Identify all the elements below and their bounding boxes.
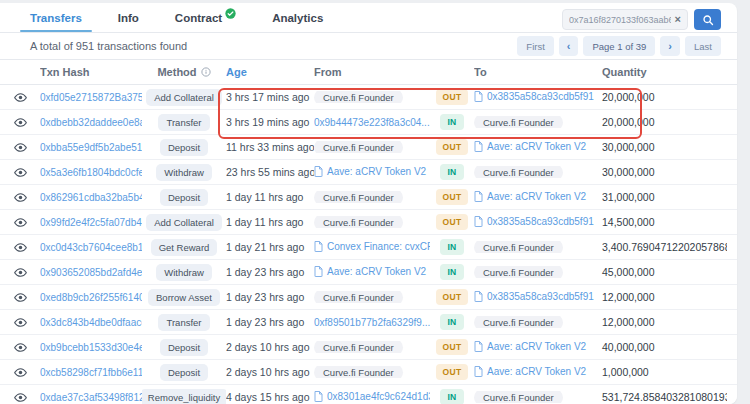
from-address-badge[interactable]: Curve.fi Founder xyxy=(314,291,403,303)
age-cell: 1 day 23 hrs ago xyxy=(226,266,314,278)
direction-badge: IN xyxy=(440,264,463,280)
txn-hash-link[interactable]: 0xdae37c3af53498f8129... xyxy=(40,392,142,403)
transfers-panel: TransfersInfoContractAnalytics × A total… xyxy=(0,3,737,404)
txn-hash-link[interactable]: 0xbba55e9df5b2abe51b... xyxy=(40,142,142,153)
view-details-eye-icon[interactable] xyxy=(14,392,27,403)
txn-hash-link[interactable]: 0xdbebb32daddee0e8ac... xyxy=(40,117,142,128)
summary-bar: A total of 951 transactions found First‹… xyxy=(0,33,737,60)
to-address-link[interactable]: Aave: aCRV Token V2 xyxy=(474,341,586,352)
to-address-link[interactable]: Aave: aCRV Token V2 xyxy=(474,366,586,377)
contract-file-icon xyxy=(474,191,483,202)
to-address-badge[interactable]: Curve.fi Founder xyxy=(474,316,563,328)
to-address-badge[interactable]: Curve.fi Founder xyxy=(474,266,563,278)
to-address-badge[interactable]: Curve.fi Founder xyxy=(474,391,563,403)
pagination-next[interactable]: › xyxy=(660,36,680,56)
age-header-sort[interactable]: Age xyxy=(226,66,314,78)
direction-badge: IN xyxy=(440,239,463,255)
search-input[interactable] xyxy=(569,15,671,25)
from-cell: Curve.fi Founder xyxy=(314,366,430,378)
contract-file-icon xyxy=(314,166,323,177)
method-cell: Get Reward xyxy=(142,239,226,256)
to-address-link[interactable]: Aave: aCRV Token V2 xyxy=(474,191,586,202)
to-address-badge[interactable]: Curve.fi Founder xyxy=(474,116,563,128)
from-address-link[interactable]: Aave: aCRV Token V2 xyxy=(314,266,426,277)
txn-hash-link[interactable]: 0xc0d43cb7604cee8b1bf... xyxy=(40,242,142,253)
view-details-eye-icon[interactable] xyxy=(14,142,27,153)
eye-cell xyxy=(14,92,40,103)
from-address-badge[interactable]: Curve.fi Founder xyxy=(314,341,403,353)
tab-info[interactable]: Info xyxy=(118,3,139,32)
tab-analytics[interactable]: Analytics xyxy=(272,3,323,32)
view-details-eye-icon[interactable] xyxy=(14,317,27,328)
txn-hash-link[interactable]: 0x862961cdba32ba5b41... xyxy=(40,192,142,203)
from-cell: Curve.fi Founder xyxy=(314,91,430,103)
from-address-link[interactable]: Aave: aCRV Token V2 xyxy=(314,166,426,177)
table-row: 0xcb58298cf71fbb6e116...Deposit2 days 10… xyxy=(0,360,737,385)
from-address-link[interactable]: 0x8301ae4fc9c624d1d3... xyxy=(314,391,430,402)
quantity-header: Quantity xyxy=(594,66,727,78)
direction-badge: IN xyxy=(440,164,463,180)
view-details-eye-icon[interactable] xyxy=(14,217,27,228)
from-address-label: Convex Finance: cvxCR... xyxy=(327,241,430,252)
txn-hash-link[interactable]: 0x903652085bd2afd4e4... xyxy=(40,267,142,278)
view-details-eye-icon[interactable] xyxy=(14,242,27,253)
method-cell: Borrow Asset xyxy=(142,289,226,306)
to-address-link[interactable]: 0x3835a58ca93cdb5f91... xyxy=(474,216,594,227)
method-badge: Deposit xyxy=(160,189,208,206)
from-address-badge[interactable]: Curve.fi Founder xyxy=(314,216,403,228)
pagination: First‹Page 1 of 39›Last xyxy=(517,36,721,56)
from-address-badge[interactable]: Curve.fi Founder xyxy=(314,141,403,153)
view-details-eye-icon[interactable] xyxy=(14,292,27,303)
method-cell: Deposit xyxy=(142,364,226,381)
view-details-eye-icon[interactable] xyxy=(14,267,27,278)
pagination-last[interactable]: Last xyxy=(685,36,721,56)
from-address-link[interactable]: 0xf89501b77b2fa6329f9... xyxy=(314,317,430,328)
pagination-first[interactable]: First xyxy=(517,36,553,56)
to-address-link[interactable]: Aave: aCRV Token V2 xyxy=(474,141,586,152)
to-address-link[interactable]: 0x3835a58ca93cdb5f91... xyxy=(474,91,594,102)
txn-hash-link[interactable]: 0x5a3e6fb1804bdc0cfe3... xyxy=(40,167,142,178)
eye-cell xyxy=(14,117,40,128)
search-button[interactable] xyxy=(694,9,721,30)
tabs-bar: TransfersInfoContractAnalytics × xyxy=(0,3,737,33)
view-details-eye-icon[interactable] xyxy=(14,342,27,353)
direction-cell: OUT xyxy=(430,289,474,305)
txn-hash-link[interactable]: 0x3dc843b4dbe0dfaacef... xyxy=(40,317,142,328)
txn-hash-link[interactable]: 0xed8b9cb26f255f6140d... xyxy=(40,292,142,303)
method-cell: Deposit xyxy=(142,189,226,206)
txn-hash-link[interactable]: 0xfd05e2715872Ba375bb... xyxy=(40,92,142,103)
view-details-eye-icon[interactable] xyxy=(14,167,27,178)
direction-cell: IN xyxy=(430,114,474,130)
to-address-badge[interactable]: Curve.fi Founder xyxy=(474,166,563,178)
to-address-link[interactable]: 0x3835a58ca93cdb5f91... xyxy=(474,291,594,302)
pagination-prev[interactable]: ‹ xyxy=(559,36,579,56)
tab-contract[interactable]: Contract xyxy=(175,3,236,32)
to-address-label: Aave: aCRV Token V2 xyxy=(487,366,586,377)
pagination-current[interactable]: Page 1 of 39 xyxy=(583,36,655,56)
table-row: 0x99fd2e4f2c5fa07db45...Add Collateral1 … xyxy=(0,210,737,235)
from-address-link[interactable]: Convex Finance: cvxCR... xyxy=(314,241,430,252)
from-address-link[interactable]: 0x9b44473e223f8a3c04... xyxy=(314,117,430,128)
quantity-cell: 531,724.858403281080193935 xyxy=(594,391,727,403)
method-badge: Deposit xyxy=(160,364,208,381)
txn-hash-link[interactable]: 0xcb58298cf71fbb6e116... xyxy=(40,367,142,378)
txn-hash-link[interactable]: 0x99fd2e4f2c5fa07db45... xyxy=(40,217,142,228)
view-details-eye-icon[interactable] xyxy=(14,92,27,103)
to-address-label: Aave: aCRV Token V2 xyxy=(487,191,586,202)
method-cell: Withdraw xyxy=(142,264,226,281)
from-address-badge[interactable]: Curve.fi Founder xyxy=(314,191,403,203)
view-details-eye-icon[interactable] xyxy=(14,117,27,128)
from-address-badge[interactable]: Curve.fi Founder xyxy=(314,91,403,103)
method-cell: Remove_liquidity xyxy=(142,389,226,404)
tab-transfers[interactable]: Transfers xyxy=(30,3,82,32)
to-address-badge[interactable]: Curve.fi Founder xyxy=(474,241,563,253)
table-row: 0x3dc843b4dbe0dfaacef...Transfer1 day 23… xyxy=(0,310,737,335)
table-row: 0xb9bcebb1533d30e4ea...Deposit2 days 10 … xyxy=(0,335,737,360)
from-address-badge[interactable]: Curve.fi Founder xyxy=(314,366,403,378)
info-icon[interactable] xyxy=(201,67,211,77)
view-details-eye-icon[interactable] xyxy=(14,367,27,378)
view-details-eye-icon[interactable] xyxy=(14,192,27,203)
txn-hash-link[interactable]: 0xb9bcebb1533d30e4ea... xyxy=(40,342,142,353)
method-badge: Withdraw xyxy=(156,264,212,281)
clear-search-icon[interactable]: × xyxy=(671,14,681,25)
